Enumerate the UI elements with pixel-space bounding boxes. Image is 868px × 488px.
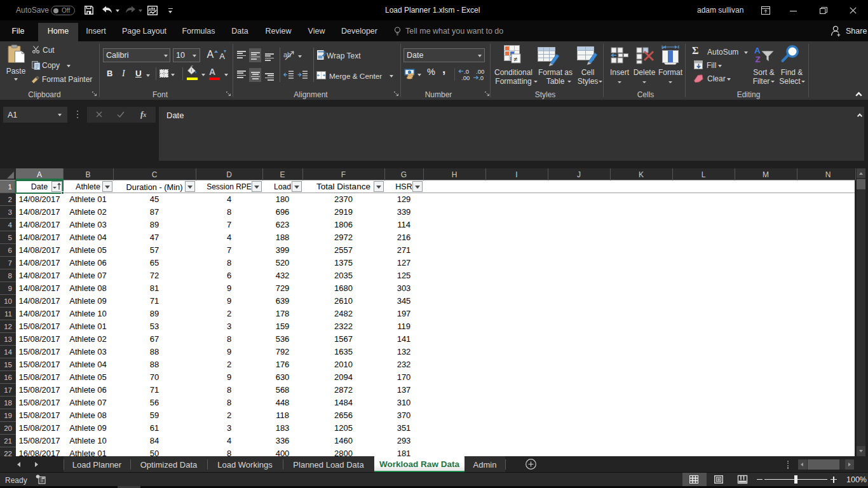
svg-text:≠: ≠ bbox=[513, 55, 517, 63]
svg-text:.00: .00 bbox=[461, 74, 470, 81]
svg-text:Z: Z bbox=[756, 55, 761, 64]
svg-text:A: A bbox=[754, 46, 761, 55]
svg-text:.0: .0 bbox=[478, 74, 484, 81]
